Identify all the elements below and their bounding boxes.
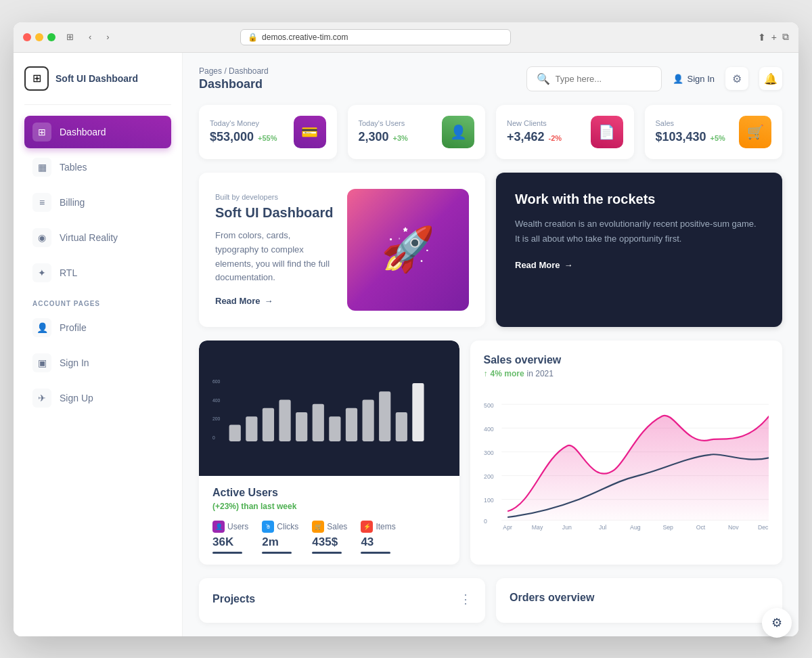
stats-row: Today's Money $53,000 +55% 💳 Today's Use…	[199, 105, 782, 159]
chart-subtitle: (+23%) than last week	[212, 502, 446, 511]
line-chart-area: 500 400 300 200 100 0	[484, 389, 769, 538]
browser-toolbar: ⊞ ‹ › 🔒 demos.creative-tim.com ⬆ + ⧉	[14, 22, 798, 53]
nav-label-vr: Virtual Reality	[60, 232, 118, 243]
vr-icon: ◉	[32, 228, 51, 247]
svg-rect-14	[396, 412, 407, 441]
sales-stat-icon: 🛒	[312, 521, 324, 533]
browser-actions: ⬆ + ⧉	[758, 31, 789, 43]
settings-fab-button[interactable]: ⚙	[762, 608, 792, 636]
svg-text:200: 200	[484, 473, 494, 479]
svg-rect-8	[296, 412, 307, 441]
search-input[interactable]	[556, 74, 652, 84]
stat-value-users: 2,300 +3%	[359, 130, 408, 144]
nav-label-dashboard: Dashboard	[60, 127, 106, 137]
rocket-image: 🚀	[347, 189, 469, 311]
dark-card-description: Wealth creation is an evolutionarily rec…	[515, 217, 763, 246]
svg-rect-6	[263, 408, 274, 441]
svg-text:Oct: Oct	[696, 523, 705, 530]
svg-rect-4	[229, 424, 241, 441]
sidebar-item-signin[interactable]: ▣ Sign In	[24, 347, 171, 379]
promo-text: Built by developers Soft UI Dashboard Fr…	[215, 193, 334, 306]
stat-info-money: Today's Money $53,000 +55%	[210, 119, 277, 144]
stat-card-users: Today's Users 2,300 +3% 👤	[348, 105, 486, 159]
stat-value-sales: $103,430 +5%	[656, 130, 725, 144]
nav-label-signin: Sign In	[60, 357, 89, 368]
browser-dots	[23, 33, 55, 41]
promo-card: Built by developers Soft UI Dashboard Fr…	[199, 173, 485, 327]
forward-btn[interactable]: ›	[102, 30, 113, 43]
sidebar-item-vr[interactable]: ◉ Virtual Reality	[24, 221, 171, 254]
search-icon: 🔍	[537, 72, 550, 85]
url-text: demos.creative-tim.com	[262, 32, 348, 42]
maximize-dot[interactable]	[47, 33, 55, 41]
svg-text:May: May	[531, 523, 543, 530]
sidebar-item-dashboard[interactable]: ⊞ Dashboard	[24, 116, 171, 148]
promo-title: Soft UI Dashboard	[215, 205, 334, 221]
sales-title: Sales overview	[484, 354, 769, 366]
brand-icon: ⊞	[24, 66, 49, 91]
projects-title: Projects	[212, 593, 255, 605]
signin-icon: ▣	[32, 353, 51, 372]
promo-read-more-button[interactable]: Read More →	[215, 296, 273, 306]
svg-text:Jun: Jun	[562, 523, 571, 530]
nav-label-signup: Sign Up	[60, 393, 93, 403]
sidebar-item-signup[interactable]: ✈ Sign Up	[24, 382, 171, 414]
svg-rect-12	[362, 399, 374, 441]
sidebar-item-rtl[interactable]: ✦ RTL	[24, 257, 171, 289]
svg-text:Aug: Aug	[630, 523, 641, 530]
svg-text:400: 400	[484, 425, 494, 432]
svg-text:300: 300	[484, 449, 494, 456]
bar-chart-area: 600 400 200 0	[199, 341, 459, 476]
settings-button[interactable]: ⚙	[725, 67, 748, 90]
sidebar-item-billing[interactable]: ≡ Billing	[24, 186, 171, 219]
projects-header: Projects ⋮	[212, 592, 472, 607]
app-layout: ⊞ Soft UI Dashboard ⊞ Dashboard ▦ Tables…	[14, 53, 798, 636]
stat-info-clients: New Clients +3,462 -2%	[507, 119, 562, 144]
minimize-dot[interactable]	[35, 33, 43, 41]
clicks-stat-bar	[262, 552, 292, 554]
svg-text:500: 500	[484, 401, 494, 408]
stat-change-sales: +5%	[710, 134, 725, 142]
billing-icon: ≡	[32, 193, 51, 212]
share-btn[interactable]: ⬆	[758, 31, 766, 43]
projects-card: Projects ⋮	[199, 578, 485, 623]
chart-stat-items: ⚡ Items 43	[361, 521, 395, 554]
back-btn[interactable]: ‹	[85, 30, 95, 43]
svg-text:Jul: Jul	[599, 523, 606, 530]
close-dot[interactable]	[23, 33, 31, 41]
new-tab-btn[interactable]: +	[771, 31, 777, 43]
sidebar-toggle-btn[interactable]: ⊞	[62, 30, 78, 43]
projects-menu-button[interactable]: ⋮	[459, 592, 472, 607]
dark-card-read-more-button[interactable]: Read More →	[515, 260, 572, 270]
stat-card-sales: Sales $103,430 +5% 🛒	[645, 105, 783, 159]
nav-label-profile: Profile	[60, 322, 87, 333]
notifications-button[interactable]: 🔔	[759, 67, 782, 90]
active-users-card: 600 400 200 0	[199, 341, 459, 565]
fab-settings-icon: ⚙	[771, 615, 782, 630]
stat-info-users: Today's Users 2,300 +3%	[359, 119, 408, 144]
breadcrumb-area: Pages / Dashboard Dashboard	[199, 66, 269, 91]
bottom-row: 600 400 200 0	[199, 341, 782, 565]
sidebar-item-tables[interactable]: ▦ Tables	[24, 151, 171, 183]
sidebar-brand: ⊞ Soft UI Dashboard	[24, 66, 171, 105]
brand-name: Soft UI Dashboard	[55, 73, 138, 84]
dark-card-title: Work with the rockets	[515, 192, 763, 207]
active-users-info: Active Users (+23%) than last week 👤 Use…	[199, 476, 459, 565]
arrow-icon: →	[264, 296, 273, 306]
stat-label-users: Today's Users	[359, 119, 408, 127]
svg-text:Apr: Apr	[503, 523, 512, 530]
duplicate-btn[interactable]: ⧉	[782, 31, 789, 43]
sidebar-item-profile[interactable]: 👤 Profile	[24, 311, 171, 344]
sign-in-button[interactable]: 👤 Sign In	[673, 74, 715, 84]
stat-label-sales: Sales	[656, 119, 725, 127]
svg-text:Sep: Sep	[662, 523, 673, 530]
stat-icon-clients: 📄	[591, 116, 623, 148]
svg-text:Nov: Nov	[728, 523, 739, 530]
svg-rect-10	[329, 416, 340, 441]
search-bar[interactable]: 🔍	[526, 66, 662, 91]
chart-stat-sales-metric: 🛒 Sales 435$	[312, 521, 347, 554]
sales-overview-card: Sales overview ↑ 4% more in 2021 500 400…	[470, 341, 782, 565]
stat-value-clients: +3,462 -2%	[507, 130, 562, 144]
rtl-icon: ✦	[32, 263, 51, 282]
svg-text:400: 400	[212, 397, 221, 402]
